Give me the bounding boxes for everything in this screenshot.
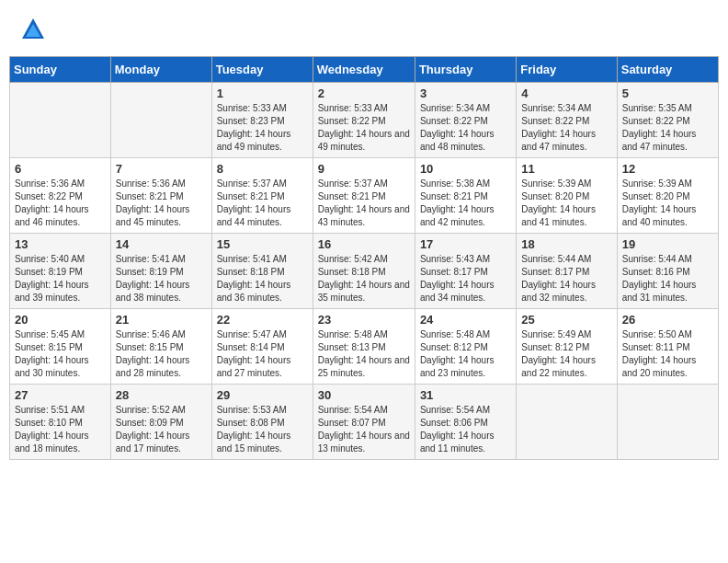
day-number: 28	[116, 388, 207, 402]
day-detail: Sunrise: 5:39 AM Sunset: 8:20 PM Dayligh…	[622, 178, 713, 229]
day-number: 16	[318, 237, 410, 251]
calendar-cell: 29Sunrise: 5:53 AM Sunset: 8:08 PM Dayli…	[211, 385, 313, 460]
calendar-cell: 24Sunrise: 5:48 AM Sunset: 8:12 PM Dayli…	[415, 309, 516, 385]
calendar-week-row: 27Sunrise: 5:51 AM Sunset: 8:10 PM Dayli…	[10, 385, 719, 460]
day-number: 11	[521, 162, 611, 176]
day-number: 4	[521, 86, 611, 100]
day-number: 19	[622, 237, 713, 251]
calendar-cell: 26Sunrise: 5:50 AM Sunset: 8:11 PM Dayli…	[617, 309, 718, 385]
day-number: 18	[521, 237, 611, 251]
day-number: 22	[217, 313, 308, 327]
calendar-cell: 10Sunrise: 5:38 AM Sunset: 8:21 PM Dayli…	[415, 158, 516, 234]
calendar-cell: 16Sunrise: 5:42 AM Sunset: 8:18 PM Dayli…	[313, 234, 415, 309]
day-number: 27	[15, 388, 106, 402]
calendar-cell: 3Sunrise: 5:34 AM Sunset: 8:22 PM Daylig…	[415, 83, 516, 158]
day-detail: Sunrise: 5:39 AM Sunset: 8:20 PM Dayligh…	[521, 178, 611, 229]
calendar-cell: 27Sunrise: 5:51 AM Sunset: 8:10 PM Dayli…	[10, 385, 111, 460]
day-detail: Sunrise: 5:36 AM Sunset: 8:22 PM Dayligh…	[15, 178, 106, 229]
page-header	[9, 9, 719, 51]
calendar-cell: 28Sunrise: 5:52 AM Sunset: 8:09 PM Dayli…	[110, 385, 211, 460]
day-detail: Sunrise: 5:53 AM Sunset: 8:08 PM Dayligh…	[217, 404, 308, 455]
day-number: 9	[318, 162, 410, 176]
day-detail: Sunrise: 5:47 AM Sunset: 8:14 PM Dayligh…	[217, 328, 308, 380]
day-number: 24	[420, 313, 511, 327]
calendar-cell: 30Sunrise: 5:54 AM Sunset: 8:07 PM Dayli…	[313, 385, 415, 460]
calendar-cell: 21Sunrise: 5:46 AM Sunset: 8:15 PM Dayli…	[110, 309, 211, 385]
day-number: 12	[622, 162, 713, 176]
day-detail: Sunrise: 5:43 AM Sunset: 8:17 PM Dayligh…	[420, 253, 511, 304]
calendar-cell: 20Sunrise: 5:45 AM Sunset: 8:15 PM Dayli…	[10, 309, 111, 385]
calendar-body: 1Sunrise: 5:33 AM Sunset: 8:23 PM Daylig…	[10, 83, 719, 460]
day-header-tuesday: Tuesday	[211, 57, 313, 83]
day-number: 23	[318, 313, 410, 327]
day-number: 5	[622, 86, 713, 100]
day-number: 20	[15, 313, 106, 327]
day-number: 10	[420, 162, 511, 176]
day-number: 17	[420, 237, 511, 251]
day-detail: Sunrise: 5:33 AM Sunset: 8:23 PM Dayligh…	[217, 102, 308, 154]
day-number: 15	[217, 237, 308, 251]
day-detail: Sunrise: 5:49 AM Sunset: 8:12 PM Dayligh…	[521, 328, 611, 380]
day-header-friday: Friday	[517, 57, 617, 83]
day-detail: Sunrise: 5:46 AM Sunset: 8:15 PM Dayligh…	[116, 328, 207, 380]
calendar-cell	[517, 385, 617, 460]
calendar-week-row: 13Sunrise: 5:40 AM Sunset: 8:19 PM Dayli…	[10, 234, 719, 309]
day-number: 21	[116, 313, 207, 327]
day-header-sunday: Sunday	[10, 57, 111, 83]
calendar-cell: 11Sunrise: 5:39 AM Sunset: 8:20 PM Dayli…	[517, 158, 617, 234]
day-detail: Sunrise: 5:44 AM Sunset: 8:16 PM Dayligh…	[622, 253, 713, 304]
calendar-cell	[10, 83, 111, 158]
day-detail: Sunrise: 5:54 AM Sunset: 8:07 PM Dayligh…	[318, 404, 410, 455]
calendar-cell: 14Sunrise: 5:41 AM Sunset: 8:19 PM Dayli…	[110, 234, 211, 309]
day-number: 26	[622, 313, 713, 327]
calendar-cell: 19Sunrise: 5:44 AM Sunset: 8:16 PM Dayli…	[617, 234, 718, 309]
calendar-cell: 22Sunrise: 5:47 AM Sunset: 8:14 PM Dayli…	[211, 309, 313, 385]
day-detail: Sunrise: 5:51 AM Sunset: 8:10 PM Dayligh…	[15, 404, 106, 455]
day-header-thursday: Thursday	[415, 57, 516, 83]
calendar-cell	[617, 385, 718, 460]
calendar-cell: 12Sunrise: 5:39 AM Sunset: 8:20 PM Dayli…	[617, 158, 718, 234]
day-detail: Sunrise: 5:34 AM Sunset: 8:22 PM Dayligh…	[521, 102, 611, 154]
day-detail: Sunrise: 5:37 AM Sunset: 8:21 PM Dayligh…	[217, 178, 308, 229]
day-header-saturday: Saturday	[617, 57, 718, 83]
day-detail: Sunrise: 5:40 AM Sunset: 8:19 PM Dayligh…	[15, 253, 106, 304]
calendar-cell: 18Sunrise: 5:44 AM Sunset: 8:17 PM Dayli…	[517, 234, 617, 309]
day-number: 6	[15, 162, 106, 176]
day-detail: Sunrise: 5:35 AM Sunset: 8:22 PM Dayligh…	[622, 102, 713, 154]
calendar-cell: 17Sunrise: 5:43 AM Sunset: 8:17 PM Dayli…	[415, 234, 516, 309]
logo	[18, 17, 46, 47]
calendar-week-row: 20Sunrise: 5:45 AM Sunset: 8:15 PM Dayli…	[10, 309, 719, 385]
calendar-table: SundayMondayTuesdayWednesdayThursdayFrid…	[9, 56, 719, 460]
calendar-cell: 6Sunrise: 5:36 AM Sunset: 8:22 PM Daylig…	[10, 158, 111, 234]
day-number: 14	[116, 237, 207, 251]
calendar-cell: 31Sunrise: 5:54 AM Sunset: 8:06 PM Dayli…	[415, 385, 516, 460]
calendar-week-row: 6Sunrise: 5:36 AM Sunset: 8:22 PM Daylig…	[10, 158, 719, 234]
day-number: 8	[217, 162, 308, 176]
day-header-wednesday: Wednesday	[313, 57, 415, 83]
day-detail: Sunrise: 5:54 AM Sunset: 8:06 PM Dayligh…	[420, 404, 511, 455]
calendar-cell: 15Sunrise: 5:41 AM Sunset: 8:18 PM Dayli…	[211, 234, 313, 309]
day-detail: Sunrise: 5:41 AM Sunset: 8:19 PM Dayligh…	[116, 253, 207, 304]
day-detail: Sunrise: 5:38 AM Sunset: 8:21 PM Dayligh…	[420, 178, 511, 229]
calendar-cell: 8Sunrise: 5:37 AM Sunset: 8:21 PM Daylig…	[211, 158, 313, 234]
calendar-cell: 1Sunrise: 5:33 AM Sunset: 8:23 PM Daylig…	[211, 83, 313, 158]
day-detail: Sunrise: 5:50 AM Sunset: 8:11 PM Dayligh…	[622, 328, 713, 380]
calendar-cell: 4Sunrise: 5:34 AM Sunset: 8:22 PM Daylig…	[517, 83, 617, 158]
day-number: 7	[116, 162, 207, 176]
day-header-monday: Monday	[110, 57, 211, 83]
day-number: 31	[420, 388, 511, 402]
calendar-cell: 7Sunrise: 5:36 AM Sunset: 8:21 PM Daylig…	[110, 158, 211, 234]
calendar-cell: 13Sunrise: 5:40 AM Sunset: 8:19 PM Dayli…	[10, 234, 111, 309]
calendar-header-row: SundayMondayTuesdayWednesdayThursdayFrid…	[10, 57, 719, 83]
day-number: 1	[217, 86, 308, 100]
logo-icon	[20, 17, 46, 42]
day-detail: Sunrise: 5:48 AM Sunset: 8:13 PM Dayligh…	[318, 328, 410, 380]
day-detail: Sunrise: 5:37 AM Sunset: 8:21 PM Dayligh…	[318, 178, 410, 229]
calendar-cell	[110, 83, 211, 158]
day-number: 2	[318, 86, 410, 100]
day-detail: Sunrise: 5:36 AM Sunset: 8:21 PM Dayligh…	[116, 178, 207, 229]
calendar-cell: 2Sunrise: 5:33 AM Sunset: 8:22 PM Daylig…	[313, 83, 415, 158]
calendar-cell: 9Sunrise: 5:37 AM Sunset: 8:21 PM Daylig…	[313, 158, 415, 234]
day-detail: Sunrise: 5:44 AM Sunset: 8:17 PM Dayligh…	[521, 253, 611, 304]
day-detail: Sunrise: 5:42 AM Sunset: 8:18 PM Dayligh…	[318, 253, 410, 304]
